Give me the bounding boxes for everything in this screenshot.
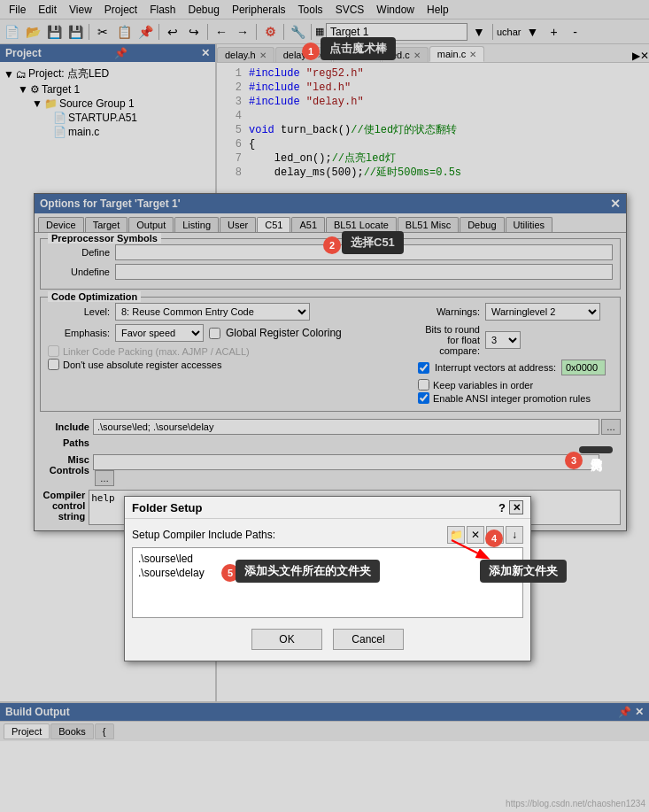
keep-vars-checkbox[interactable] xyxy=(418,379,429,391)
include-browse-btn[interactable]: … xyxy=(601,419,621,435)
tree-group[interactable]: ▼ 📁 Source Group 1 xyxy=(4,97,212,111)
tab-delay-c[interactable]: delay.c ✕ xyxy=(275,47,332,62)
menu-file[interactable]: File xyxy=(4,2,31,18)
bottom-tab-books[interactable]: Books xyxy=(50,723,94,739)
options-tab-target[interactable]: Target xyxy=(85,217,128,232)
tab-delay-h-label: delay.h xyxy=(225,50,256,60)
options-tab-c51[interactable]: C51 xyxy=(257,217,290,232)
build-pin-btn[interactable]: 📌 xyxy=(618,706,631,718)
panel-pin-btn[interactable]: 📌 xyxy=(114,47,127,59)
tree-root[interactable]: ▼ 🗂 Project: 点亮LED xyxy=(4,66,212,82)
undo-btn[interactable]: ↩ xyxy=(163,22,182,42)
zoom-in-btn[interactable]: + xyxy=(545,22,564,42)
folder-help-icon[interactable]: ? xyxy=(498,501,506,514)
misc-browse-btn[interactable]: … xyxy=(95,470,114,486)
folder-setup-dialog[interactable]: Folder Setup ? ✕ Setup Compiler Include … xyxy=(124,496,531,661)
ansi-checkbox[interactable] xyxy=(418,392,429,404)
open-btn[interactable]: 📂 xyxy=(23,22,42,42)
folder-up-btn[interactable]: ↑ xyxy=(486,526,504,544)
menu-project[interactable]: Project xyxy=(99,2,143,18)
tree-file-startup[interactable]: 📄 STARTUP.A51 xyxy=(4,111,212,125)
options-close-btn[interactable]: ✕ xyxy=(610,197,621,211)
menu-help[interactable]: Help xyxy=(421,2,454,18)
folder-add-btn[interactable]: 📁 xyxy=(447,526,465,544)
tab-led-c-close[interactable]: ✕ xyxy=(413,50,421,60)
warnings-label: Warnings: xyxy=(418,306,480,317)
bottom-tab-other[interactable]: { xyxy=(95,723,114,739)
tab-led-c[interactable]: led.c ✕ xyxy=(382,47,429,62)
menu-svcs[interactable]: SVCS xyxy=(330,2,370,18)
global-register-checkbox[interactable] xyxy=(209,328,220,339)
nav-back-btn[interactable]: ← xyxy=(212,22,231,42)
emphasis-select[interactable]: Favor speed xyxy=(115,324,204,342)
folder-close-btn[interactable]: ✕ xyxy=(509,500,523,514)
no-absolute-checkbox[interactable] xyxy=(48,359,59,370)
copy-btn[interactable]: 📋 xyxy=(114,22,134,42)
tab-more-btn[interactable]: ▶ xyxy=(632,50,640,62)
tab-delay-h[interactable]: delay.h ✕ xyxy=(217,47,274,62)
interrupt-checkbox[interactable] xyxy=(418,362,429,374)
zoom-out-btn[interactable]: - xyxy=(566,22,585,42)
menu-edit[interactable]: Edit xyxy=(33,2,62,18)
warnings-select[interactable]: Warninglevel 2 xyxy=(485,303,600,321)
folder-list-item-0[interactable]: .\sourse\led xyxy=(136,552,519,566)
redo-btn[interactable]: ↪ xyxy=(184,22,204,42)
magic-wand-btn[interactable]: 🔧 xyxy=(288,22,307,42)
tab-close-all-btn[interactable]: ✕ xyxy=(640,50,649,62)
tab-main-c[interactable]: main.c ✕ xyxy=(429,46,484,62)
tab-delay-c-close[interactable]: ✕ xyxy=(317,50,324,60)
interrupt-input[interactable] xyxy=(561,360,606,375)
menu-tools[interactable]: Tools xyxy=(293,2,328,18)
bits-select[interactable]: 3 xyxy=(485,331,521,349)
level-select[interactable]: 8: Reuse Common Entry Code xyxy=(115,303,310,321)
folder-ok-btn[interactable]: OK xyxy=(251,629,322,650)
misc-controls-input[interactable] xyxy=(93,454,599,470)
options-tab-bl51locate[interactable]: BL51 Locate xyxy=(326,217,397,232)
options-tab-user[interactable]: User xyxy=(220,217,256,232)
new-file-btn[interactable]: 📄 xyxy=(2,22,21,42)
options-tab-a51[interactable]: A51 xyxy=(291,217,325,232)
line-num-8: 8 xyxy=(220,166,242,180)
folder-down-btn[interactable]: ↓ xyxy=(506,526,523,544)
bits-row: Bits to round for float compare: 3 xyxy=(418,324,613,356)
menu-debug[interactable]: Debug xyxy=(183,2,225,18)
nav-fwd-btn[interactable]: → xyxy=(233,22,252,42)
options-tab-debug[interactable]: Debug xyxy=(460,217,504,232)
menu-window[interactable]: Window xyxy=(371,2,420,18)
include-paths-input[interactable] xyxy=(93,419,599,435)
save-all-btn[interactable]: 💾 xyxy=(66,22,85,42)
tab-led-h-close[interactable]: ✕ xyxy=(366,50,373,60)
folder-delete-btn[interactable]: ✕ xyxy=(467,526,484,544)
tree-file-main[interactable]: 📄 main.c xyxy=(4,125,212,139)
undefine-input[interactable] xyxy=(115,264,613,280)
cut-btn[interactable]: ✂ xyxy=(93,22,112,42)
paste-btn[interactable]: 📌 xyxy=(135,22,155,42)
target-input[interactable] xyxy=(326,23,467,41)
build-btn[interactable]: ⚙ xyxy=(260,22,280,42)
tab-delay-h-close[interactable]: ✕ xyxy=(259,50,267,60)
options-tab-utilities[interactable]: Utilities xyxy=(506,217,552,232)
options-tab-output[interactable]: Output xyxy=(128,217,174,232)
menu-flash[interactable]: Flash xyxy=(144,2,181,18)
menu-view[interactable]: View xyxy=(64,2,97,18)
optimization-right: Warnings: Warninglevel 2 Bits to round f… xyxy=(418,303,613,406)
folder-list-item-1[interactable]: .\sourse\delay xyxy=(136,566,519,580)
save-btn[interactable]: 💾 xyxy=(44,22,64,42)
tree-target[interactable]: ▼ ⚙ Target 1 xyxy=(4,82,212,97)
linker-packing-checkbox[interactable] xyxy=(48,345,59,357)
tab-main-c-close[interactable]: ✕ xyxy=(469,50,476,59)
project-panel-title: Project 📌 ✕ xyxy=(0,44,215,62)
bottom-tab-project[interactable]: Project xyxy=(4,723,50,739)
build-close-btn[interactable]: ✕ xyxy=(635,706,644,718)
options-tab-bl51misc[interactable]: BL51 Misc xyxy=(398,217,459,232)
menu-peripherals[interactable]: Peripherals xyxy=(227,2,291,18)
options-tab-listing[interactable]: Listing xyxy=(174,217,219,232)
define-input[interactable] xyxy=(115,244,613,260)
folder-cancel-btn[interactable]: Cancel xyxy=(333,629,404,650)
uchar-dropdown-btn[interactable]: ▼ xyxy=(523,22,543,42)
options-tab-device[interactable]: Device xyxy=(38,217,84,232)
target-dropdown-btn[interactable]: ▼ xyxy=(469,22,489,42)
tab-led-h[interactable]: led.h ✕ xyxy=(333,47,381,62)
panel-close-btn[interactable]: ✕ xyxy=(201,47,210,59)
options-dialog[interactable]: Options for Target 'Target 1' ✕ Device T… xyxy=(34,193,627,531)
